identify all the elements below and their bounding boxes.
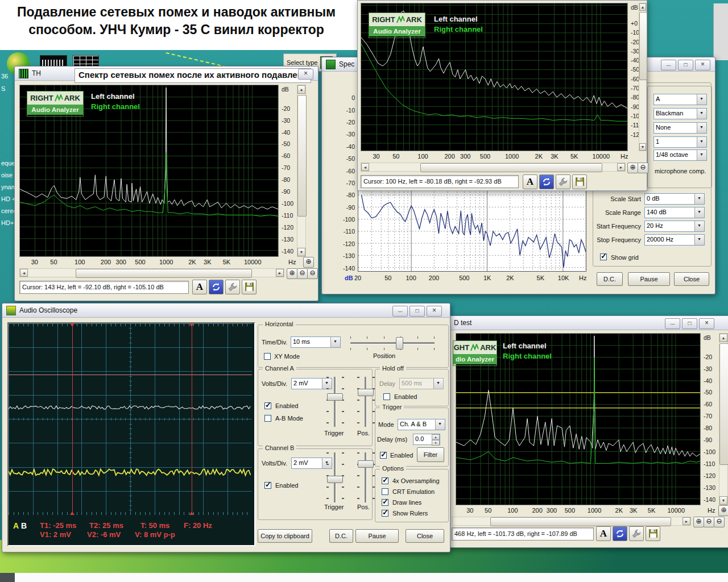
zoom-in-button[interactable] (287, 268, 297, 279)
xy-mode-checkbox[interactable] (264, 353, 271, 360)
draw-lines-checkbox[interactable] (382, 499, 388, 506)
device-combo[interactable]: A (653, 94, 707, 105)
zoom-y-button[interactable] (303, 257, 314, 268)
ab-mode-checkbox[interactable] (264, 415, 271, 422)
smoothing-combo[interactable]: None (653, 122, 707, 134)
spectrum-plot[interactable]: GHT ARK dio Analyzer Left channel Right … (456, 333, 701, 505)
filter-button[interactable]: Filter (417, 447, 444, 462)
zoom-in-button[interactable] (693, 517, 704, 527)
dropdown-arrow-icon[interactable] (694, 194, 704, 204)
vertical-scrollbar[interactable] (719, 333, 728, 505)
horizontal-scrollbar[interactable] (452, 517, 691, 526)
channel-a-trigger-slider[interactable] (334, 377, 336, 427)
horizontal-scrollbar[interactable] (361, 163, 626, 172)
vertical-scrollbar[interactable] (297, 85, 306, 257)
channel-a-trigger-thumb[interactable] (327, 393, 343, 401)
dc-button[interactable]: D.C. (329, 529, 353, 543)
refresh-button[interactable] (539, 174, 554, 189)
pause-button[interactable]: Pause (628, 272, 670, 286)
time-cursor-2[interactable] (192, 323, 192, 515)
horizontal-scrollbar[interactable] (19, 268, 284, 277)
minimize-button[interactable] (392, 306, 408, 317)
show-rulers-checkbox[interactable] (382, 510, 388, 517)
scrollbar-thumb[interactable] (76, 269, 252, 278)
autoscale-button[interactable]: A (523, 174, 537, 189)
scroll-up-button[interactable] (297, 85, 305, 94)
scroll-down-button[interactable] (297, 248, 305, 256)
spin-up-icon[interactable]: ▲ (432, 434, 440, 440)
minimize-button[interactable] (665, 318, 680, 329)
scroll-up-button[interactable] (719, 334, 727, 342)
refresh-button[interactable] (613, 526, 627, 541)
close-button[interactable] (427, 306, 442, 317)
show-grid-checkbox[interactable] (600, 253, 607, 260)
pause-button[interactable]: Pause (355, 529, 399, 543)
spinner-arrows[interactable]: ▲▼ (432, 434, 440, 444)
crt-emulation-checkbox[interactable] (382, 488, 388, 495)
scale-start-combo[interactable]: 0 dB (644, 193, 705, 205)
scroll-down-button[interactable] (639, 143, 646, 151)
zoom-out-full-button[interactable] (307, 268, 318, 279)
scope-screen[interactable]: A B T1: -25 ms T2: 25 ms T: 50 ms F: 20 … (9, 323, 254, 545)
dropdown-arrow-icon[interactable] (697, 109, 706, 119)
oscilloscope-titlebar[interactable]: Audio Oscilloscope (2, 304, 450, 318)
dropdown-arrow-icon[interactable] (697, 123, 706, 133)
scrollbar-thumb[interactable] (420, 163, 602, 172)
zoom-out-button[interactable] (638, 163, 648, 173)
start-frequency-combo[interactable]: 20 Hz (644, 221, 705, 232)
channel-b-trigger-thumb[interactable] (327, 476, 343, 483)
oversampling-checkbox[interactable] (382, 477, 388, 484)
scroll-right-button[interactable] (682, 517, 690, 525)
spectrum-plot[interactable]: RIGHT ARK Audio Analyzer Left channel Ri… (19, 85, 279, 257)
scrollbar-thumb[interactable] (719, 343, 728, 465)
spectrum-plot[interactable]: RIGHT ARK Audio Analyzer Left channel Ri… (361, 3, 628, 151)
time-cursor-1[interactable] (72, 323, 73, 515)
scroll-right-button[interactable] (617, 163, 625, 171)
timediv-combo[interactable]: 10 ms (291, 336, 341, 348)
refresh-button[interactable] (209, 280, 224, 294)
channel-a-enabled-checkbox[interactable] (264, 402, 271, 409)
close-button[interactable]: Close (674, 272, 709, 286)
settings-button[interactable] (629, 526, 644, 541)
channel-b-pos-thumb[interactable] (358, 460, 374, 468)
zoom-in-button[interactable] (627, 163, 638, 173)
averages-combo[interactable]: 1 (653, 136, 707, 148)
copy-to-clipboard-button[interactable]: Copy to clipboard (258, 529, 312, 543)
dropdown-arrow-icon[interactable] (694, 221, 704, 231)
zoom-y-button[interactable] (718, 505, 728, 516)
maximize-button[interactable] (682, 318, 697, 329)
dropdown-arrow-icon[interactable] (697, 94, 706, 105)
scale-range-combo[interactable]: 140 dB (644, 207, 705, 218)
scroll-down-button[interactable] (719, 496, 727, 505)
minimize-button[interactable] (661, 60, 676, 70)
trigger-enabled-checkbox[interactable] (380, 452, 387, 459)
dc-button[interactable]: D.C. (597, 272, 623, 286)
dropdown-arrow-icon[interactable] (330, 337, 340, 347)
scroll-left-button[interactable] (361, 163, 369, 171)
spin-down-icon[interactable]: ▼ (432, 440, 440, 446)
scroll-right-button[interactable] (276, 269, 284, 277)
scrollbar-thumb[interactable] (639, 12, 647, 80)
trigger-delay-spinner[interactable]: 0.0 ▲▼ (413, 434, 440, 445)
zoom-out-button[interactable] (297, 268, 308, 279)
settings-button[interactable] (225, 280, 240, 294)
dropdown-arrow-icon[interactable] (694, 207, 704, 218)
zoom-out-button[interactable] (704, 517, 714, 527)
dropdown-arrow-icon[interactable] (435, 419, 445, 430)
save-button[interactable] (572, 174, 587, 189)
vertical-scrollbar[interactable] (639, 3, 647, 151)
scroll-up-button[interactable] (639, 3, 646, 11)
close-button[interactable] (695, 60, 710, 70)
stop-frequency-combo[interactable]: 20000 Hz (644, 234, 705, 246)
fft-window-combo[interactable]: Blackman (653, 108, 707, 119)
channel-a-pos-slider[interactable] (365, 377, 367, 427)
maximize-button[interactable] (410, 306, 425, 317)
trigger-mode-combo[interactable]: Ch. A & B (398, 419, 445, 430)
position-slider-track[interactable] (350, 342, 435, 344)
settings-button[interactable] (556, 174, 570, 189)
save-button[interactable] (242, 280, 257, 294)
close-button[interactable]: Close (406, 529, 444, 543)
scrollbar-thumb[interactable] (490, 517, 671, 526)
position-slider-thumb[interactable] (396, 337, 403, 350)
holdoff-enabled-checkbox[interactable] (383, 393, 390, 400)
